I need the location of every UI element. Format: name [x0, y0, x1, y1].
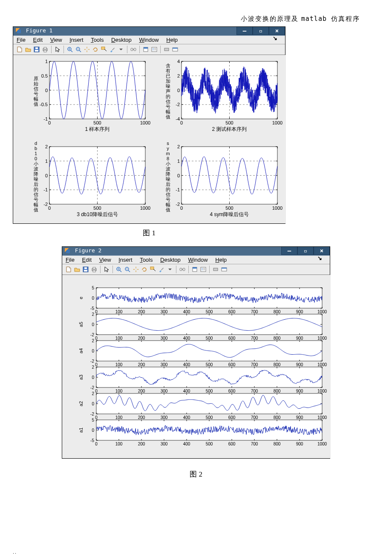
datacursor-icon[interactable] [149, 266, 157, 273]
svg-text:1: 1 [177, 159, 180, 164]
minimize-button[interactable]: — [281, 247, 297, 255]
svg-text:信: 信 [166, 99, 170, 104]
hide-icon[interactable] [212, 266, 219, 273]
menu-tools[interactable]: Tools [140, 257, 153, 263]
svg-text:0: 0 [45, 88, 48, 93]
dropdown-icon[interactable] [166, 266, 174, 273]
colorbar-icon[interactable] [191, 266, 199, 273]
print-icon[interactable] [90, 266, 98, 273]
menu-view[interactable]: View [99, 257, 111, 263]
brush-icon[interactable] [109, 46, 116, 53]
menu-edit[interactable]: Edit [33, 37, 43, 43]
svg-text:的: 的 [166, 94, 170, 99]
menu-file[interactable]: File [66, 257, 75, 263]
svg-text:100: 100 [115, 336, 123, 341]
dropdown-icon[interactable] [117, 46, 125, 53]
dock-icon[interactable]: ↘ [273, 35, 277, 41]
link-icon[interactable] [179, 266, 186, 273]
svg-text:0: 0 [92, 375, 94, 380]
datacursor-icon[interactable] [100, 46, 108, 53]
rotate-icon[interactable] [92, 46, 99, 53]
svg-text:700: 700 [251, 309, 258, 314]
svg-text:800: 800 [274, 362, 281, 367]
link-icon[interactable] [130, 46, 137, 53]
svg-text:1000: 1000 [317, 336, 327, 341]
save-icon[interactable] [82, 266, 89, 273]
svg-text:200: 200 [138, 415, 145, 420]
pointer-icon[interactable] [103, 266, 110, 273]
svg-text:2: 2 [92, 338, 94, 343]
figure2-titlebar[interactable]: Figure 2 — ▫ × [62, 247, 330, 256]
close-button[interactable]: × [314, 247, 330, 255]
zoom-in-icon[interactable] [115, 266, 123, 273]
minimize-button[interactable]: — [236, 27, 253, 35]
svg-text:y: y [167, 146, 169, 151]
svg-text:800: 800 [274, 415, 281, 420]
svg-text:600: 600 [228, 362, 236, 367]
svg-text:值: 值 [166, 114, 170, 119]
pointer-icon[interactable] [54, 46, 61, 53]
svg-text:a5: a5 [78, 322, 84, 327]
dock-icon[interactable]: ↘ [317, 255, 322, 261]
svg-text:500: 500 [93, 205, 101, 211]
close-button[interactable]: × [269, 27, 285, 35]
svg-text:5: 5 [92, 418, 94, 422]
svg-text:1000: 1000 [140, 120, 150, 125]
colorbar-icon[interactable] [142, 46, 150, 53]
maximize-button[interactable]: ▫ [297, 247, 314, 255]
menu-insert[interactable]: Insert [118, 257, 133, 263]
menu-insert[interactable]: Insert [69, 37, 84, 43]
brush-icon[interactable] [158, 266, 165, 273]
menu-window[interactable]: Window [139, 37, 159, 43]
svg-text:0: 0 [177, 88, 180, 93]
svg-text:声: 声 [166, 89, 170, 94]
svg-text:8: 8 [167, 156, 169, 161]
svg-rect-115 [201, 267, 206, 272]
svg-text:-1: -1 [43, 116, 48, 121]
svg-text:400: 400 [183, 362, 190, 367]
print-icon[interactable] [41, 46, 49, 53]
open-file-icon[interactable] [73, 266, 81, 273]
pan-icon[interactable] [132, 266, 140, 273]
legend-icon[interactable] [150, 46, 158, 53]
rotate-icon[interactable] [141, 266, 148, 273]
pan-icon[interactable] [83, 46, 91, 53]
zoom-in-icon[interactable] [66, 46, 74, 53]
svg-text:-2: -2 [176, 202, 180, 207]
svg-text:信: 信 [34, 86, 38, 91]
zoom-out-icon[interactable] [75, 46, 82, 53]
menu-desktop[interactable]: Desktop [160, 257, 181, 263]
menu-view[interactable]: View [50, 37, 62, 43]
legend-icon[interactable] [199, 266, 207, 273]
menu-help[interactable]: Help [166, 37, 178, 43]
svg-rect-106 [93, 267, 95, 269]
show-icon[interactable] [220, 266, 228, 273]
svg-text:原: 原 [34, 76, 38, 81]
svg-text:4: 4 [177, 59, 180, 64]
menu-file[interactable]: File [17, 37, 26, 43]
zoom-out-icon[interactable] [124, 266, 131, 273]
save-icon[interactable] [33, 46, 40, 53]
svg-text:500: 500 [206, 336, 213, 341]
open-file-icon[interactable] [24, 46, 32, 53]
svg-text:200: 200 [138, 389, 145, 393]
svg-text:800: 800 [274, 389, 281, 393]
svg-text:0: 0 [92, 296, 94, 301]
svg-text:0: 0 [177, 173, 180, 178]
menu-tools[interactable]: Tools [91, 37, 104, 43]
svg-rect-13 [152, 47, 157, 52]
maximize-button[interactable]: ▫ [253, 27, 269, 35]
svg-text:0: 0 [180, 205, 183, 211]
svg-text:5: 5 [92, 286, 94, 290]
new-file-icon[interactable] [65, 266, 72, 273]
svg-text:500: 500 [225, 120, 233, 125]
menu-help[interactable]: Help [215, 257, 227, 263]
show-icon[interactable] [171, 46, 179, 53]
menu-desktop[interactable]: Desktop [111, 37, 132, 43]
figure1-titlebar[interactable]: Figure 1 — ▫ × [13, 27, 285, 36]
menu-edit[interactable]: Edit [82, 257, 92, 263]
new-file-icon[interactable] [16, 46, 23, 53]
hide-icon[interactable] [163, 46, 170, 53]
svg-text:900: 900 [296, 389, 303, 393]
menu-window[interactable]: Window [188, 257, 208, 263]
